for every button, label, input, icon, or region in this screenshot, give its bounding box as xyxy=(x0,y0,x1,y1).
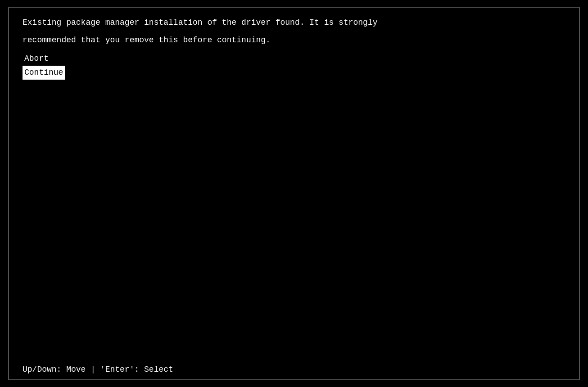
menu-item-continue[interactable]: Continue xyxy=(23,66,65,80)
message-line1: Existing package manager installation of… xyxy=(23,17,565,29)
menu-item-abort[interactable]: Abort xyxy=(23,52,50,66)
terminal-footer: Up/Down: Move | 'Enter': Select xyxy=(9,360,579,379)
footer-text: Up/Down: Move | 'Enter': Select xyxy=(23,365,173,374)
message-line2: recommended that you remove this before … xyxy=(23,34,565,46)
terminal-content: Existing package manager installation of… xyxy=(9,8,579,360)
terminal-window: Existing package manager installation of… xyxy=(8,7,580,380)
